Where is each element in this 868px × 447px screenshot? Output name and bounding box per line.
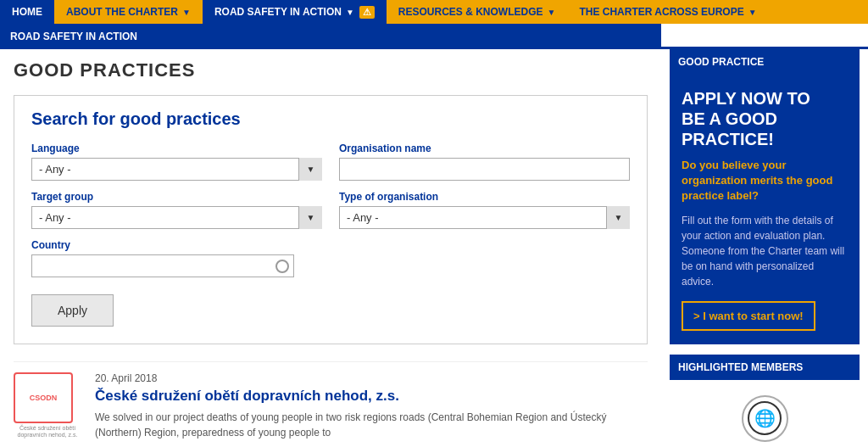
irf-logo: 🌐 bbox=[742, 395, 788, 442]
main-layout: GOOD PRACTICES Search for good practices… bbox=[0, 49, 868, 447]
irf-globe-icon: 🌐 bbox=[748, 401, 782, 435]
organisation-label: Organisation name bbox=[339, 142, 630, 154]
promo-header: APPLY NOW TO BE A GOOD PRACTICE! bbox=[682, 88, 848, 158]
nav-europe-label: THE CHARTER ACROSS EUROPE bbox=[579, 6, 743, 18]
apply-button[interactable]: Apply bbox=[31, 294, 114, 327]
irf-member: 🌐 International Road Federation - IRF bbox=[670, 387, 860, 447]
country-input-wrapper bbox=[31, 254, 294, 277]
nav-resources[interactable]: RESOURCES & KNOWLEDGE ▼ bbox=[387, 0, 568, 24]
nav-road-safety[interactable]: ROAD SAFETY IN ACTION ▼ ⚠ bbox=[203, 0, 387, 24]
language-select-wrapper: - Any - ▼ bbox=[31, 158, 322, 181]
language-select[interactable]: - Any - bbox=[31, 158, 322, 181]
logo-caption: České sdružení obětí dopravních nehod, z… bbox=[14, 425, 81, 439]
organisation-group: Organisation name bbox=[339, 142, 630, 181]
nav-about-charter[interactable]: ABOUT THE CHARTER ▼ bbox=[54, 0, 203, 24]
promo-subtitle: Do you believe your organization merits … bbox=[682, 158, 848, 204]
result-logo-image: CSODN bbox=[14, 372, 73, 423]
main-content: GOOD PRACTICES Search for good practices… bbox=[0, 49, 661, 447]
sidebar-promo: APPLY NOW TO BE A GOOD PRACTICE! Do you … bbox=[670, 75, 860, 344]
nav-charter-europe[interactable]: THE CHARTER ACROSS EUROPE ▼ bbox=[567, 0, 768, 24]
organisation-input[interactable] bbox=[339, 158, 630, 181]
promo-text: Fill out the form with the details of yo… bbox=[682, 213, 848, 289]
breadcrumb: ROAD SAFETY IN ACTION bbox=[0, 24, 661, 49]
country-input[interactable] bbox=[31, 254, 294, 277]
result-content: 20. April 2018 České sdružení obětí dopr… bbox=[95, 372, 648, 440]
nav-home-label: HOME bbox=[12, 6, 42, 18]
country-label: Country bbox=[31, 239, 294, 251]
nav-about-label: ABOUT THE CHARTER bbox=[66, 6, 178, 18]
resources-chevron-icon: ▼ bbox=[548, 8, 556, 17]
page-title: GOOD PRACTICES bbox=[14, 59, 648, 81]
target-group-group: Target group - Any - ▼ bbox=[31, 191, 322, 229]
road-safety-chevron-icon: ▼ bbox=[346, 8, 354, 17]
result-title[interactable]: České sdružení obětí dopravních nehod, z… bbox=[95, 388, 648, 405]
europe-chevron-icon: ▼ bbox=[748, 8, 757, 17]
language-label: Language bbox=[31, 142, 322, 154]
target-group-select-wrapper: - Any - ▼ bbox=[31, 206, 322, 229]
top-navigation: HOME ABOUT THE CHARTER ▼ ROAD SAFETY IN … bbox=[0, 0, 868, 24]
nav-home[interactable]: HOME bbox=[0, 0, 54, 24]
result-item: CSODN České sdružení obětí dopravních ne… bbox=[14, 361, 648, 447]
form-row-1: Language - Any - ▼ Organisation name bbox=[31, 142, 630, 181]
search-box: Search for good practices Language - Any… bbox=[14, 95, 648, 344]
form-row-3: Country bbox=[31, 239, 630, 277]
result-date: 20. April 2018 bbox=[95, 372, 648, 384]
promo-cta-button[interactable]: > I want to start now! bbox=[682, 301, 815, 331]
type-org-select-wrapper: - Any - ▼ bbox=[339, 206, 630, 229]
target-group-select[interactable]: - Any - bbox=[31, 206, 322, 229]
warning-icon: ⚠ bbox=[359, 6, 375, 19]
logo-text: CSODN bbox=[30, 394, 58, 402]
about-chevron-icon: ▼ bbox=[182, 8, 191, 17]
country-group: Country bbox=[31, 239, 294, 277]
type-org-label: Type of organisation bbox=[339, 191, 630, 203]
result-description: We solved in our project deaths of young… bbox=[95, 410, 648, 440]
target-group-label: Target group bbox=[31, 191, 322, 203]
result-logo: CSODN České sdružení obětí dopravních ne… bbox=[14, 372, 81, 440]
promo-title: APPLY NOW TO BE A GOOD PRACTICE! bbox=[682, 88, 848, 149]
type-org-group: Type of organisation - Any - ▼ bbox=[339, 191, 630, 229]
type-org-select[interactable]: - Any - bbox=[339, 206, 630, 229]
form-row-2: Target group - Any - ▼ Type of organisat… bbox=[31, 191, 630, 229]
nav-resources-label: RESOURCES & KNOWLEDGE bbox=[398, 6, 543, 18]
search-title: Search for good practices bbox=[31, 109, 630, 129]
nav-road-safety-label: ROAD SAFETY IN ACTION bbox=[214, 6, 342, 18]
highlighted-members-title: HIGHLIGHTED MEMBERS bbox=[670, 355, 860, 380]
apply-row: Apply bbox=[31, 288, 630, 327]
language-group: Language - Any - ▼ bbox=[31, 142, 322, 181]
breadcrumb-text: ROAD SAFETY IN ACTION bbox=[10, 31, 137, 42]
sidebar: GOOD PRACTICE APPLY NOW TO BE A GOOD PRA… bbox=[661, 49, 868, 447]
good-practice-section-title: GOOD PRACTICE bbox=[670, 49, 860, 75]
